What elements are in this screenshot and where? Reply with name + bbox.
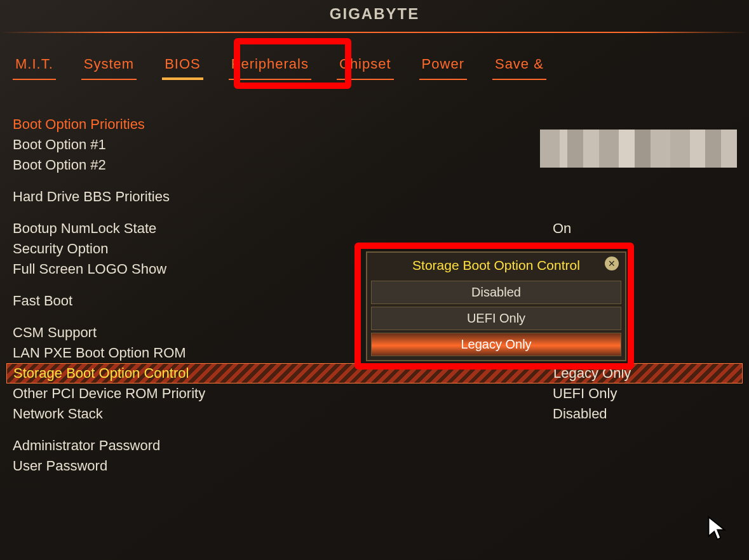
row-label: Security Option — [13, 241, 368, 257]
row-label: Bootup NumLock State — [13, 220, 368, 237]
row-label: Hard Drive BBS Priorities — [13, 189, 368, 205]
redacted-region — [540, 130, 737, 168]
tab-system[interactable]: System — [81, 52, 137, 80]
row-label: Other PCI Device ROM Priority — [13, 385, 368, 402]
popup-title-text: Storage Boot Option Control — [412, 258, 580, 272]
tab-save-exit[interactable]: Save & — [492, 52, 546, 80]
popup-option-disabled[interactable]: Disabled — [371, 281, 621, 304]
popup-option-uefi-only[interactable]: UEFI Only — [371, 307, 621, 330]
row-hdd-bbs[interactable]: Hard Drive BBS Priorities — [13, 187, 736, 207]
row-label: User Password — [13, 458, 368, 474]
cursor-icon — [707, 516, 726, 541]
tab-bios[interactable]: BIOS — [162, 52, 203, 80]
row-value: Legacy Only — [369, 365, 631, 382]
row-label: Network Stack — [13, 406, 368, 422]
row-value: On — [368, 220, 571, 237]
tab-mit[interactable]: M.I.T. — [13, 52, 56, 80]
tab-power[interactable]: Power — [419, 52, 467, 80]
popup-storage-boot-option-control: Storage Boot Option Control ✕ Disabled U… — [366, 251, 626, 361]
row-label: CSM Support — [13, 324, 368, 341]
heading-label: Boot Option Priorities — [13, 116, 368, 133]
row-network-stack[interactable]: Network Stack Disabled — [13, 404, 736, 424]
tab-bar: M.I.T. System BIOS Peripherals Chipset P… — [0, 52, 749, 80]
brand-label: GIGABYTE — [330, 5, 419, 23]
row-label: Storage Boot Option Control — [13, 365, 369, 382]
row-storage-boot-option-control[interactable]: Storage Boot Option Control Legacy Only — [6, 363, 743, 383]
row-other-pci[interactable]: Other PCI Device ROM Priority UEFI Only — [13, 383, 736, 404]
row-label: Fast Boot — [13, 293, 368, 309]
row-value: Disabled — [368, 406, 607, 422]
row-label: LAN PXE Boot Option ROM — [13, 345, 368, 361]
divider — [0, 32, 749, 33]
row-label: Boot Option #2 — [13, 157, 368, 173]
popup-option-legacy-only[interactable]: Legacy Only — [371, 333, 621, 356]
row-label: Full Screen LOGO Show — [13, 261, 368, 277]
row-numlock[interactable]: Bootup NumLock State On — [13, 218, 736, 239]
row-label: Administrator Password — [13, 437, 368, 454]
row-admin-password[interactable]: Administrator Password — [13, 436, 736, 456]
close-icon[interactable]: ✕ — [605, 257, 619, 270]
tab-peripherals[interactable]: Peripherals — [229, 52, 311, 80]
row-value: UEFI Only — [368, 385, 617, 402]
row-label: Boot Option #1 — [13, 137, 368, 153]
popup-title: Storage Boot Option Control ✕ — [371, 257, 621, 278]
tab-chipset[interactable]: Chipset — [337, 52, 394, 80]
row-user-password[interactable]: User Password — [13, 456, 736, 476]
